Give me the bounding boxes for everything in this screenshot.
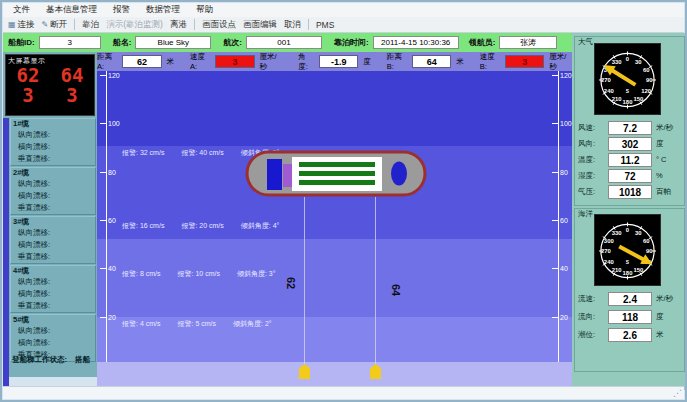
voyage-field[interactable]: 001 [246,36,322,49]
drift-row: 横向漂移: [11,337,95,349]
ship-deck-stripe [299,162,375,167]
pilot-field[interactable]: 张涛 [499,36,557,49]
ship-graphic [245,150,427,201]
dial-label: 120 [641,88,652,94]
status-bar: ⋰ [3,386,684,399]
voyage-label: 航次: [223,37,242,48]
pressure-row: 气压: 1018 百帕 [572,185,687,199]
ship-bow-block [267,159,282,190]
menu-file[interactable]: 文件 [13,4,30,16]
alarm-text: 报警: 10 cm/s [178,269,220,279]
dist-b-label: 距离B: [387,52,407,71]
sensor-line-b-label: 64 [390,284,402,296]
wind-direction-row: 风向: 302 度 [572,137,687,151]
menu-help[interactable]: 帮助 [196,4,213,16]
cable-group-4: 4#缆 纵向漂移: 横向漂移: 垂直漂移: [10,265,96,313]
temperature-label: 温度: [578,155,595,165]
drift-row: 垂直漂移: [11,153,95,165]
speed-a-unit: 厘米/秒 [260,52,283,72]
ship-name-label: 船名: [113,37,132,48]
berth-button[interactable]: 靠泊 [82,19,99,31]
dial-label: 180 [623,99,634,105]
alarm-row-2: 报警: 16 cm/s 报警: 20 cm/s 倾斜角度: 4° [122,221,279,231]
current-speed-label: 流速: [578,294,595,304]
pressure-value: 1018 [608,185,652,199]
disconnect-icon: ✎ [42,20,49,29]
axis-tick [100,317,106,318]
depart-button[interactable]: 离港 [170,19,187,31]
demo-button[interactable]: 演示(靠泊监测) [106,19,163,31]
display-speed-a: 3 [22,86,33,106]
dial-south-label: S [626,89,630,94]
dist-a-unit: 米 [167,57,175,67]
left-axis-label: 60 [108,217,116,225]
ship-stern-ellipse [391,162,407,186]
dial-label: 0 [626,56,630,62]
ship-deck-stripe [299,180,375,185]
drift-row: 横向漂移: [11,239,95,251]
tilt-text: 倾斜角度: 2° [233,319,272,329]
tide-level-value: 2.6 [608,328,652,342]
axis-tick [552,317,558,318]
temperature-value: 11.2 [608,153,652,167]
ship-name-field[interactable]: Blue Sky [135,36,211,49]
axis-tick [100,220,106,221]
right-axis-label: 40 [560,265,568,273]
drift-row: 纵向漂移: [11,129,95,141]
pms-button[interactable]: PMS [316,20,334,30]
sensor-line-b [375,197,376,365]
left-axis-label: 120 [108,72,120,80]
big-screen-display-panel: 大屏幕显示 62 64 3 3 [5,54,95,116]
current-direction-label: 流向: [578,312,595,322]
drift-row: 纵向漂移: [11,276,95,288]
dial-south-label: S [626,260,630,265]
temperature-unit: ° C [656,155,667,164]
menu-data-mgmt[interactable]: 数据管理 [146,4,180,16]
cable-group-label: 2#缆 [11,168,95,178]
cancel-button[interactable]: 取消 [284,19,301,31]
app-window: 文件 基本信息管理 报警 数据管理 帮助 ▦ 连接 ✎ 断开 靠泊 演示(靠泊监… [0,0,687,402]
dist-a-value: 62 [122,55,161,68]
cable-group-label: 5#缆 [11,315,95,325]
axis-tick [552,172,558,173]
dial-label: 90 [646,77,653,83]
connect-button[interactable]: ▦ 连接 [8,19,35,31]
ship-deck-stripe [299,171,375,176]
ship-id-field[interactable]: 3 [39,36,101,49]
right-axis-label: 120 [560,72,572,80]
wind-direction-value: 302 [608,137,652,151]
axis-tick [552,220,558,221]
axis-tick [552,123,558,124]
drift-row: 纵向漂移: [11,227,95,239]
berthing-chart: 距离A: 62 米 速度A: 3 厘米/秒 角度: -1.9 度 距离B: 64… [97,52,572,390]
disconnect-button[interactable]: ✎ 断开 [42,19,68,31]
current-speed-value: 2.4 [608,292,652,306]
speed-b-label: 速度B: [480,52,500,71]
cable-list: 1#缆 纵向漂移: 横向漂移: 垂直漂移: 2#缆 纵向漂移: 横向漂移: 垂直… [10,118,96,363]
speed-a-label: 速度A: [190,52,210,71]
cable-group-label: 4#缆 [11,266,95,276]
distance-readout-bar: 距离A: 62 米 速度A: 3 厘米/秒 角度: -1.9 度 距离B: 64… [97,52,572,71]
axis-tick [100,172,106,173]
current-direction-gauge: 0 30 60 90 120 150 180 210 240 270 300 3… [594,214,661,286]
menu-alarm[interactable]: 报警 [113,4,130,16]
screen-edit-button[interactable]: 画面编辑 [243,19,277,31]
tilt-text: 倾斜角度: 4° [241,221,280,231]
cable-group-label: 3#缆 [11,217,95,227]
toolbar: ▦ 连接 ✎ 断开 靠泊 演示(靠泊监测) 离港 画面设点 画面编辑 取消 PM… [3,17,684,33]
current-direction-value: 118 [608,310,652,324]
sensor-line-a-label: 62 [285,277,297,289]
sidebar-edge-strip [3,118,9,387]
screen-set-point-button[interactable]: 画面设点 [202,19,236,31]
display-distance-a: 62 [17,66,40,86]
left-axis-line [106,71,107,362]
alarm-text: 报警: 40 cm/s [181,148,223,158]
berth-time-field[interactable]: 2011-4-15 10:30:36 [373,36,459,49]
gangway-status: 登船梯工作状态: 搭船 [10,355,96,365]
menu-basic-info[interactable]: 基本信息管理 [46,4,97,16]
angle-label: 角度: [298,52,314,72]
resize-grip[interactable]: ⋰ [673,389,682,398]
left-sidebar: 大屏幕显示 62 64 3 3 1#缆 纵向漂移: 横向漂移: 垂直漂移: 2#… [3,52,97,377]
toolbar-separator [194,19,195,30]
dial-label: 30 [635,59,642,65]
